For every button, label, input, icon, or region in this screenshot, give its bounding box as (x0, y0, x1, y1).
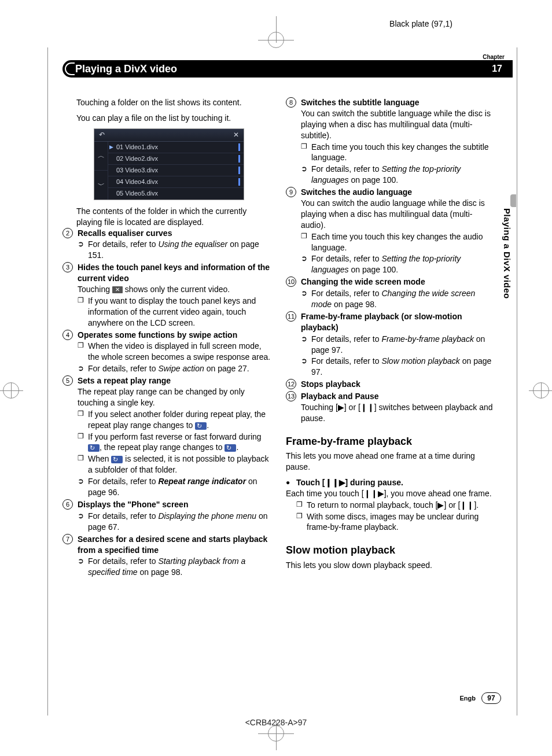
note: If you perform fast reverse or fast forw… (78, 432, 271, 453)
crop-mark-right (529, 378, 552, 403)
list-item: 02 Video2.divx (108, 153, 244, 165)
list-item: 05 Video5.divx (108, 188, 244, 200)
item-9: 9 Switches the audio language You can sw… (286, 187, 494, 275)
file-list-screenshot: ↶ ✕ ︿ ﹀ 01 Video1.divx 02 Video2.divx 03… (94, 128, 244, 200)
close-icon: ✕ (233, 130, 239, 139)
item-6: 6 Displays the "Phone" screen For detail… (62, 499, 271, 533)
ref-link: For details, refer to Setting the top-pr… (301, 164, 494, 186)
black-plate-label: Black plate (97,1) (389, 19, 452, 29)
list-item: 04 Video4.divx (108, 176, 244, 188)
item-2: 2 Recalls equaliser curves For details, … (62, 228, 271, 261)
item-5: 5 Sets a repeat play range The repeat pl… (62, 375, 271, 498)
instruction-bullet: Touch [❙❙▶] during pause. (286, 477, 494, 488)
item-13: 13 Playback and Pause Touching [▶] or [❙… (286, 391, 494, 424)
item-10: 10 Changing the wide screen mode For det… (286, 276, 494, 310)
page-footer: Engb 97 (460, 692, 502, 704)
ref-link: For details, refer to Setting the top-pr… (301, 253, 494, 275)
note: With some discs, images may be unclear d… (296, 511, 494, 533)
side-tab: Playing a DivX video (500, 194, 513, 330)
scroll-down-icon: ﹀ (94, 170, 108, 200)
section-frame-by-frame-desc: This lets you move ahead one frame at a … (286, 451, 494, 473)
ref-link: For details, refer to Slow motion playba… (301, 356, 494, 378)
scroll-up-icon: ︿ (94, 142, 108, 171)
ref-link: For details, refer to Changing the wide … (301, 288, 494, 310)
section-frame-by-frame-detail: Each time you touch [❙❙▶], you move ahea… (286, 488, 494, 499)
document-id: <CRB4228-A>97 (245, 717, 307, 728)
note: To return to normal playback, touch [▶] … (296, 500, 494, 511)
section-slow-motion-desc: This lets you slow down playback speed. (286, 560, 494, 571)
footer-page-number: 97 (481, 692, 501, 704)
ref-link: For details, refer to Repeat range indic… (78, 476, 271, 498)
footer-language: Engb (460, 694, 476, 703)
note: Each time you touch this key changes the… (301, 142, 494, 164)
left-column: Touching a folder on the list shows its … (62, 97, 271, 681)
item-12: 12Stops playback (286, 379, 494, 390)
chapter-title: Playing a DivX video (62, 62, 177, 76)
note: Each time you touch this key changes the… (301, 231, 494, 253)
ref-link: For details, refer to Starting playback … (78, 556, 271, 578)
repeat-icon (195, 422, 207, 430)
section-frame-by-frame-heading: Frame-by-frame playback (286, 434, 494, 448)
intro-line-2: You can play a file on the list by touch… (76, 113, 271, 124)
repeat-icon (88, 444, 100, 452)
ref-link: For details, refer to Swipe action on pa… (78, 363, 271, 374)
item-3: 3 Hides the touch panel keys and informa… (62, 262, 271, 328)
note: When the video is displayed in full scre… (78, 341, 271, 363)
hide-keys-icon: ✕ (112, 286, 123, 293)
note: If you select another folder during repe… (78, 409, 271, 431)
section-slow-motion-heading: Slow motion playback (286, 543, 494, 557)
repeat-icon (111, 456, 123, 463)
folder-contents-note: The contents of the folder in which the … (76, 206, 271, 228)
item-7: 7 Searches for a desired scene and start… (62, 534, 271, 578)
item-4: 4 Operates some functions by swipe actio… (62, 330, 271, 375)
repeat-icon (225, 444, 236, 452)
ref-link: For details, refer to Frame-by-frame pla… (301, 334, 494, 356)
side-tab-text: Playing a DivX video (500, 208, 513, 330)
item-11: 11 Frame-by-frame playback (or slow-moti… (286, 311, 494, 378)
chapter-number: 17 (492, 62, 502, 75)
intro-line-1: Touching a folder on the list shows its … (76, 97, 271, 108)
ref-link: For details, refer to Using the equalise… (78, 239, 271, 261)
chapter-header-bar: Playing a DivX video 17 (62, 60, 513, 78)
right-column: 8 Switches the subtitle language You can… (286, 97, 494, 681)
note: If you want to display the touch panel k… (78, 296, 271, 329)
list-item: 01 Video1.divx (108, 142, 244, 153)
item-8: 8 Switches the subtitle language You can… (286, 97, 494, 186)
back-icon: ↶ (99, 130, 105, 139)
list-item: 03 Video3.divx (108, 165, 244, 176)
note: When is selected, it is not possible to … (78, 453, 271, 475)
ref-link: For details, refer to Displaying the pho… (78, 511, 271, 533)
crop-mark-left (0, 378, 23, 403)
